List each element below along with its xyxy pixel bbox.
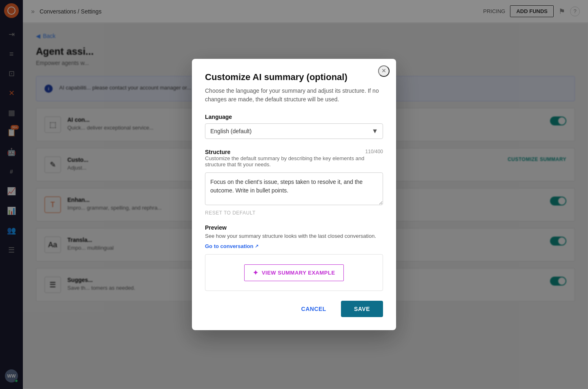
preview-title: Preview bbox=[205, 224, 383, 231]
preview-section: Preview See how your summary structure l… bbox=[205, 224, 383, 291]
modal-footer: CANCEL SAVE bbox=[205, 301, 383, 317]
language-select[interactable]: English (default) Spanish French German … bbox=[205, 123, 383, 139]
structure-textarea[interactable]: Focus on the client's issue, steps taken… bbox=[205, 172, 383, 205]
sparkle-icon: ✦ bbox=[253, 269, 258, 277]
structure-desc: Customize the default summary by describ… bbox=[205, 155, 365, 168]
save-button[interactable]: SAVE bbox=[341, 301, 383, 317]
preview-desc: See how your summary structure looks wit… bbox=[205, 233, 383, 240]
modal-title: Customize AI summary (optional) bbox=[205, 72, 383, 83]
close-icon: × bbox=[382, 67, 386, 75]
cancel-button[interactable]: CANCEL bbox=[292, 301, 336, 317]
modal-subtitle: Choose the language for your summary and… bbox=[205, 87, 383, 104]
structure-label: Structure bbox=[205, 149, 365, 155]
language-label: Language bbox=[205, 114, 383, 120]
reset-to-default-link[interactable]: RESET TO DEFAULT bbox=[205, 210, 256, 216]
structure-header: Structure Customize the default summary … bbox=[205, 149, 383, 171]
modal-overlay: × Customize AI summary (optional) Choose… bbox=[0, 0, 588, 389]
language-select-wrapper: English (default) Spanish French German … bbox=[205, 123, 383, 139]
view-summary-button[interactable]: ✦ VIEW SUMMARY EXAMPLE bbox=[244, 264, 343, 281]
char-count: 110/400 bbox=[365, 149, 383, 154]
external-link-icon: ↗ bbox=[255, 244, 258, 249]
modal: × Customize AI summary (optional) Choose… bbox=[192, 59, 396, 330]
modal-close-button[interactable]: × bbox=[378, 65, 390, 77]
go-to-conversation-link[interactable]: Go to conversation ↗ bbox=[205, 243, 258, 249]
preview-box: ✦ VIEW SUMMARY EXAMPLE bbox=[205, 254, 383, 291]
